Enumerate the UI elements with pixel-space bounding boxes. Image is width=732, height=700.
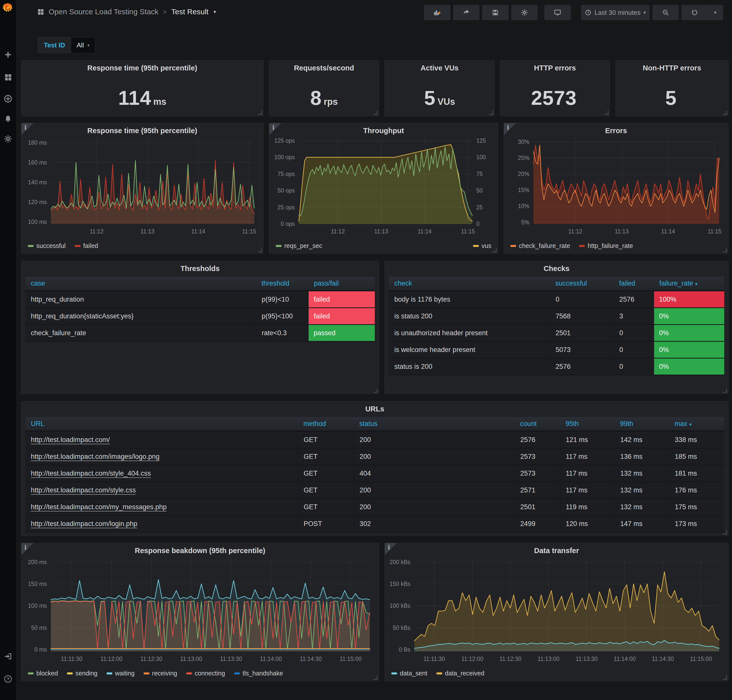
dashboard-grid-icon[interactable] <box>37 8 44 15</box>
cell-method: GET <box>298 448 354 465</box>
url-link[interactable]: http://test.loadimpact.com/images/logo.p… <box>31 453 159 460</box>
panel-title[interactable]: Active VUs <box>385 64 494 72</box>
breadcrumb-folder[interactable]: Open Source Load Testing Stack <box>49 7 159 16</box>
zoom-out-button[interactable] <box>653 5 679 20</box>
legend-item[interactable]: connecting <box>186 670 225 677</box>
alerting-bell-icon[interactable] <box>0 113 16 124</box>
legend-item[interactable]: data_received <box>437 670 484 677</box>
column-header-failure_rate[interactable]: failure_rate▾ <box>654 276 724 291</box>
url-link[interactable]: http://test.loadimpact.com/login.php <box>31 520 137 528</box>
save-button[interactable] <box>482 5 509 20</box>
resize-handle[interactable] <box>258 248 262 252</box>
share-button[interactable] <box>453 5 479 20</box>
create-plus-icon[interactable] <box>0 49 16 60</box>
panel-title[interactable]: Data transfer <box>385 547 728 555</box>
column-header-count[interactable]: count <box>514 417 560 431</box>
column-header-result[interactable]: pass/fail <box>308 276 375 291</box>
url-link[interactable]: http://test.loadimpact.com/my_messages.p… <box>31 503 167 511</box>
legend-item[interactable]: waiting <box>107 670 135 677</box>
panel-title[interactable]: Non-HTTP errors <box>616 64 728 72</box>
panel-title[interactable]: Requests/second <box>269 64 379 72</box>
response-time-chart[interactable]: 100 ms120 ms140 ms160 ms180 ms11:1211:13… <box>23 135 262 237</box>
explore-compass-icon[interactable] <box>0 93 16 104</box>
dashboard-title-caret-icon[interactable]: ▾ <box>213 9 216 15</box>
svg-text:120 ms: 120 ms <box>28 199 47 205</box>
svg-text:?: ? <box>6 676 9 682</box>
grafana-logo-icon[interactable] <box>2 2 14 14</box>
status-badge: failed <box>309 308 375 324</box>
cycle-view-monitor-button[interactable] <box>544 5 570 20</box>
legend-item[interactable]: blocked <box>28 670 58 677</box>
dashboard-title[interactable]: Test Result <box>171 7 208 16</box>
add-panel-button[interactable] <box>424 5 450 20</box>
test-id-dropdown[interactable]: All▾ <box>71 37 95 53</box>
legend-item[interactable]: check_failure_rate <box>510 242 570 250</box>
url-link[interactable]: http://test.loadimpact.com/ <box>31 436 110 444</box>
svg-text:11:13:30: 11:13:30 <box>576 656 598 662</box>
cell-failure_rate: 0% <box>654 358 724 375</box>
column-header-max[interactable]: max▾ <box>669 417 724 431</box>
configuration-gear-icon[interactable] <box>0 133 16 144</box>
column-header-successful[interactable]: successful <box>550 276 613 291</box>
resize-handle[interactable] <box>373 111 378 115</box>
resize-handle[interactable] <box>258 111 262 115</box>
cell-count: 2573 <box>514 465 560 482</box>
panel-title[interactable]: Response time (95th percentile) <box>21 64 263 72</box>
legend-item[interactable]: successful <box>28 242 66 250</box>
svg-text:150 kBs: 150 kBs <box>390 581 410 587</box>
column-header-threshold[interactable]: threshold <box>256 276 308 291</box>
resize-handle[interactable] <box>492 248 497 252</box>
resize-handle[interactable] <box>723 388 727 393</box>
legend-item[interactable]: receiving <box>144 670 177 677</box>
column-header-case[interactable]: case <box>25 276 256 291</box>
resize-handle[interactable] <box>723 676 727 680</box>
legend-item[interactable]: reqs_per_sec <box>276 242 322 250</box>
panel-title[interactable]: URLs <box>21 405 728 413</box>
legend-item[interactable]: tls_handshake <box>234 670 283 677</box>
panel-title[interactable]: HTTP errors <box>500 64 610 72</box>
resize-handle[interactable] <box>604 111 609 115</box>
resize-handle[interactable] <box>723 530 727 534</box>
legend-item[interactable]: failed <box>75 242 98 250</box>
panel-title[interactable]: Errors <box>504 126 728 135</box>
help-icon[interactable]: ? <box>0 674 16 684</box>
resize-handle[interactable] <box>723 248 727 252</box>
chart-legend: reqs_per_sec <box>276 242 322 250</box>
sidebar: ? <box>0 0 16 700</box>
resize-handle[interactable] <box>373 388 378 393</box>
resize-handle[interactable] <box>489 111 493 115</box>
url-link[interactable]: http://test.loadimpact.com/style.css <box>31 487 136 494</box>
column-header-p99[interactable]: 99th <box>614 417 669 431</box>
dashboards-icon[interactable] <box>0 72 16 83</box>
refresh-interval-caret[interactable]: ▾ <box>708 5 723 20</box>
panel-title[interactable]: Response beakdown (95th percentile) <box>21 547 379 555</box>
legend-item[interactable]: vus <box>473 242 491 250</box>
column-header-status[interactable]: status <box>354 417 514 431</box>
url-link[interactable]: http://test.loadimpact.com/style_404.css <box>31 470 151 477</box>
errors-chart[interactable]: 5%10%15%20%25%30%11:1211:1311:1411:15 <box>506 135 727 237</box>
column-header-method[interactable]: method <box>298 417 354 431</box>
urls-panel: URLs URLmethodstatuscount95th99thmax▾htt… <box>21 401 729 536</box>
sign-in-icon[interactable] <box>0 651 16 662</box>
column-header-p95[interactable]: 95th <box>560 417 614 431</box>
legend-item[interactable]: sending <box>67 670 97 677</box>
resize-handle[interactable] <box>723 111 727 115</box>
panel-title[interactable]: Checks <box>385 265 728 273</box>
column-header-check[interactable]: check <box>389 276 550 291</box>
resize-handle[interactable] <box>373 676 378 680</box>
throughput-chart[interactable]: 0 ops025 ops2550 ops5075 ops75100 ops100… <box>271 135 496 237</box>
panel-title[interactable]: Throughput <box>269 126 498 135</box>
data-transfer-chart[interactable]: 0 Bs50 kBs100 kBs150 kBs200 kBs11:11:301… <box>386 555 727 665</box>
panel-title[interactable]: Response time (95th percentile) <box>21 126 263 135</box>
refresh-button[interactable] <box>682 5 708 20</box>
time-range-picker[interactable]: Last 30 minutes ▾ <box>581 5 650 20</box>
svg-text:11:13: 11:13 <box>615 228 629 235</box>
panel-title[interactable]: Thresholds <box>21 265 379 273</box>
response-breakdown-chart[interactable]: 0 ms50 ms100 ms150 ms200 ms11:11:3011:12… <box>23 555 377 665</box>
settings-gear-button[interactable] <box>512 5 538 20</box>
column-header-failed[interactable]: failed <box>613 276 654 291</box>
legend-item[interactable]: http_failure_rate <box>579 242 633 250</box>
legend-item[interactable]: data_sent <box>391 670 428 677</box>
clock-icon <box>585 9 591 16</box>
column-header-url[interactable]: URL <box>25 417 298 431</box>
